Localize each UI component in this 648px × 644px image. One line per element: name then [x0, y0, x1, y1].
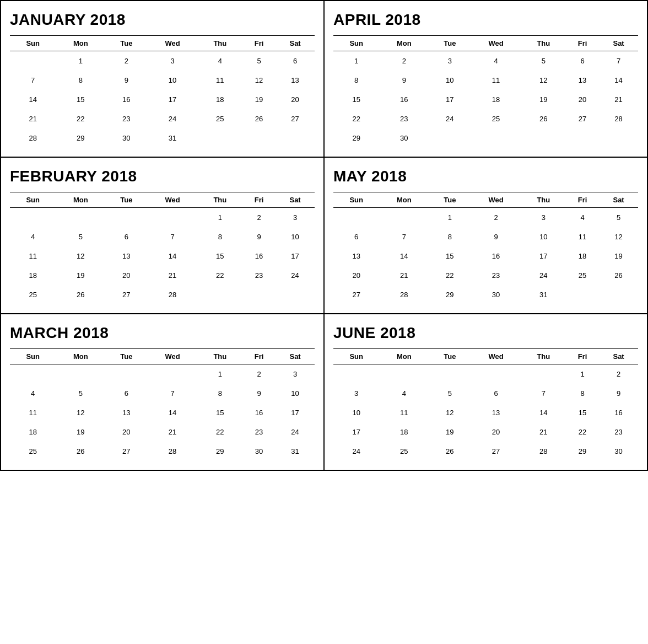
- day-cell: 27: [276, 109, 315, 128]
- day-cell: 12: [599, 227, 638, 246]
- month-block: FEBRUARY 2018SunMonTueWedThuFriSat123456…: [1, 158, 325, 314]
- day-cell: [333, 208, 379, 228]
- day-cell: 26: [242, 109, 276, 128]
- day-cell: 9: [242, 227, 276, 246]
- day-cell: [471, 128, 521, 148]
- day-cell: 21: [379, 266, 429, 285]
- day-cell: 17: [429, 90, 471, 109]
- day-cell: 20: [471, 422, 521, 442]
- day-cell: 18: [10, 422, 56, 442]
- day-header: Sat: [276, 36, 315, 51]
- day-cell: 21: [148, 422, 198, 442]
- day-cell: [105, 364, 147, 384]
- day-header: Fri: [242, 192, 276, 208]
- day-cell: 28: [148, 442, 198, 461]
- day-cell: 7: [148, 384, 198, 403]
- day-cell: 13: [105, 403, 147, 422]
- day-header: Thu: [198, 349, 242, 364]
- week-row: 13141516171819: [333, 246, 638, 266]
- month-block: MAY 2018SunMonTueWedThuFriSat12345678910…: [325, 158, 648, 314]
- day-header: Fri: [242, 349, 276, 364]
- day-cell: 27: [105, 285, 147, 304]
- day-cell: 10: [276, 384, 315, 403]
- day-cell: [521, 364, 566, 384]
- day-cell: [276, 285, 315, 304]
- day-cell: 15: [56, 90, 105, 109]
- day-cell: 28: [10, 128, 56, 148]
- day-cell: 12: [429, 403, 471, 422]
- day-header: Thu: [521, 349, 566, 364]
- week-row: 891011121314: [333, 71, 638, 90]
- week-row: 123: [10, 364, 315, 384]
- day-header: Sun: [333, 36, 379, 51]
- day-header: Fri: [566, 192, 599, 208]
- day-cell: 19: [242, 90, 276, 109]
- day-cell: 29: [566, 442, 599, 461]
- day-cell: 7: [599, 51, 638, 71]
- day-header: Mon: [379, 349, 429, 364]
- day-cell: 25: [198, 109, 242, 128]
- day-cell: [242, 285, 276, 304]
- day-cell: 26: [521, 109, 566, 128]
- day-header: Sun: [10, 192, 56, 208]
- day-cell: 15: [198, 246, 242, 266]
- day-header: Wed: [471, 192, 521, 208]
- day-cell: 28: [599, 109, 638, 128]
- month-block: JANUARY 2018SunMonTueWedThuFriSat1234567…: [1, 1, 325, 158]
- day-header: Fri: [242, 36, 276, 51]
- day-cell: 20: [276, 90, 315, 109]
- day-cell: 1: [429, 208, 471, 228]
- day-cell: 17: [276, 403, 315, 422]
- day-cell: 8: [198, 384, 242, 403]
- day-cell: 6: [105, 384, 147, 403]
- week-row: 123: [10, 208, 315, 228]
- day-cell: 24: [333, 442, 379, 461]
- day-header: Wed: [471, 36, 521, 51]
- day-cell: 19: [56, 422, 105, 442]
- day-cell: 28: [521, 442, 566, 461]
- day-header: Sat: [599, 349, 638, 364]
- day-cell: 9: [105, 71, 147, 90]
- day-cell: 18: [198, 90, 242, 109]
- day-header: Wed: [148, 36, 198, 51]
- month-table: SunMonTueWedThuFriSat1234567891011121314…: [10, 348, 315, 461]
- day-cell: [333, 364, 379, 384]
- month-title: JANUARY 2018: [10, 11, 315, 29]
- day-cell: [599, 128, 638, 148]
- day-cell: 15: [198, 403, 242, 422]
- day-cell: 1: [198, 364, 242, 384]
- day-cell: 13: [105, 246, 147, 266]
- day-cell: 17: [148, 90, 198, 109]
- day-cell: 2: [242, 364, 276, 384]
- day-cell: 30: [379, 128, 429, 148]
- day-cell: 26: [429, 442, 471, 461]
- day-cell: 19: [429, 422, 471, 442]
- day-cell: 17: [521, 246, 566, 266]
- day-header: Thu: [198, 36, 242, 51]
- day-header: Mon: [56, 349, 105, 364]
- day-cell: [566, 128, 599, 148]
- day-cell: 22: [56, 109, 105, 128]
- day-cell: 5: [429, 384, 471, 403]
- week-row: 14151617181920: [10, 90, 315, 109]
- day-cell: 22: [198, 266, 242, 285]
- month-block: MARCH 2018SunMonTueWedThuFriSat123456789…: [1, 314, 325, 471]
- day-cell: 22: [429, 266, 471, 285]
- day-cell: 15: [566, 403, 599, 422]
- day-header: Tue: [429, 36, 471, 51]
- day-cell: 23: [242, 422, 276, 442]
- day-header: Wed: [148, 192, 198, 208]
- day-header: Wed: [148, 349, 198, 364]
- day-cell: 20: [566, 90, 599, 109]
- day-header: Wed: [471, 349, 521, 364]
- day-cell: [521, 128, 566, 148]
- day-cell: [148, 364, 198, 384]
- week-row: 17181920212223: [333, 422, 638, 442]
- day-cell: 29: [56, 128, 105, 148]
- day-cell: 16: [471, 246, 521, 266]
- day-cell: 24: [521, 266, 566, 285]
- calendar-grid: JANUARY 2018SunMonTueWedThuFriSat1234567…: [0, 0, 648, 471]
- day-cell: 20: [333, 266, 379, 285]
- week-row: 28293031: [10, 128, 315, 148]
- day-cell: 16: [105, 90, 147, 109]
